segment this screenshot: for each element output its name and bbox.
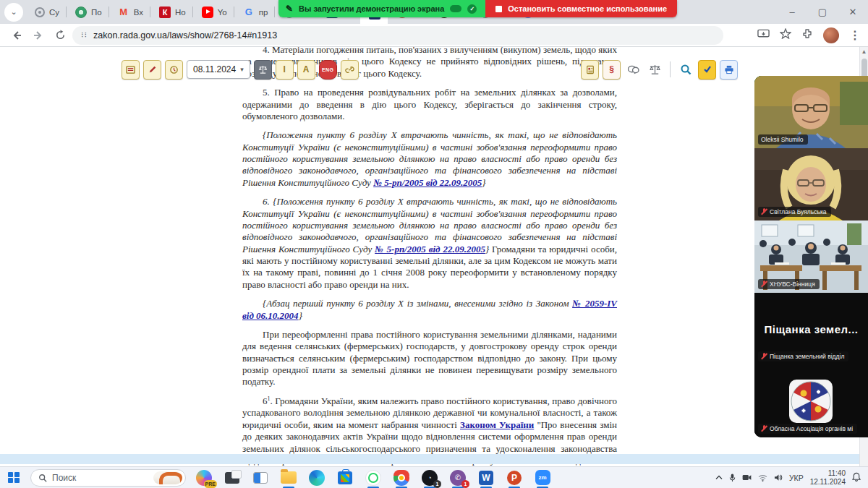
edge-app-icon[interactable] bbox=[307, 468, 326, 487]
extensions-icon[interactable] bbox=[801, 28, 813, 43]
history-icon[interactable] bbox=[165, 60, 183, 80]
tab-title: Су bbox=[49, 8, 59, 17]
browser-tab-0[interactable]: Су bbox=[26, 0, 67, 24]
browser-tab-3[interactable]: КНо bbox=[150, 0, 193, 24]
taskbar-search[interactable]: Поиск bbox=[30, 469, 186, 487]
link-icon[interactable] bbox=[341, 60, 359, 80]
wifi-icon[interactable] bbox=[758, 474, 767, 481]
close-button[interactable]: ✕ bbox=[838, 0, 868, 24]
forward-button[interactable] bbox=[29, 26, 48, 45]
microphone-icon[interactable] bbox=[729, 474, 736, 482]
participant-name-label: Обласна Асоціація органів мі bbox=[758, 424, 857, 434]
zoom-participant-1[interactable]: Світлана Буяльська bbox=[754, 148, 868, 221]
text-mode-button[interactable]: І bbox=[276, 60, 294, 80]
speaker-icon[interactable] bbox=[774, 474, 783, 481]
checkbox-icon[interactable] bbox=[698, 60, 716, 80]
whatsapp-app-icon[interactable] bbox=[364, 468, 383, 487]
globe-green-favicon-icon bbox=[75, 7, 87, 18]
copilot-app-icon[interactable]: PRE bbox=[195, 468, 213, 487]
url-input[interactable]: ⁝⁝ zakon.rada.gov.ua/laws/show/2768-14#n… bbox=[72, 26, 723, 45]
zoom-participant-0[interactable]: Oleksii Shumilo bbox=[754, 76, 868, 148]
back-button[interactable] bbox=[7, 26, 26, 45]
taskview-app-icon[interactable] bbox=[223, 468, 242, 487]
maximize-button[interactable]: ▢ bbox=[807, 0, 838, 24]
revision-date-select[interactable]: 08.11.2024 ▾ bbox=[187, 60, 250, 79]
viber-app-icon[interactable]: ✆1 bbox=[448, 468, 467, 487]
tray-date: 12.11.2024 bbox=[810, 478, 846, 486]
reload-button[interactable] bbox=[51, 26, 69, 45]
browser-toolbar: ⁝⁝ zakon.rada.gov.ua/laws/show/2768-14#n… bbox=[0, 24, 868, 47]
tab-title: Вх bbox=[134, 8, 143, 17]
app-badge: 1 bbox=[461, 480, 469, 488]
app-badge: 1 bbox=[433, 480, 441, 488]
justice-scales-icon[interactable] bbox=[646, 60, 664, 80]
bookmark-star-icon[interactable] bbox=[780, 28, 791, 42]
gmail-favicon-icon: M bbox=[118, 7, 129, 18]
k-favicon-icon: К bbox=[159, 7, 171, 18]
store-app-icon[interactable] bbox=[336, 468, 354, 487]
yt-favicon-icon bbox=[202, 7, 213, 18]
site-info-icon[interactable]: ⁝⁝ bbox=[81, 30, 88, 40]
start-button[interactable] bbox=[4, 468, 23, 487]
share-pen-icon: ✎ bbox=[286, 4, 293, 14]
zoom-participant-3[interactable]: Піщанка земел...Піщанка земельний відділ bbox=[754, 293, 868, 365]
stop-icon bbox=[495, 6, 502, 12]
minimize-button[interactable]: – bbox=[777, 0, 807, 24]
structure-doc-icon[interactable] bbox=[581, 60, 599, 80]
language-indicator[interactable]: УКР bbox=[789, 474, 804, 482]
toolbar-divider bbox=[670, 61, 671, 77]
selection-band bbox=[0, 454, 859, 464]
comments-icon[interactable] bbox=[624, 60, 642, 80]
zoom-participants-panel[interactable]: Oleksii ShumiloСвітлана БуяльськаХНУВС-В… bbox=[754, 76, 868, 437]
zoom-participant-2[interactable]: ХНУВС-Вінниця bbox=[754, 221, 868, 293]
scroll-up-arrow[interactable]: ▲ bbox=[860, 48, 868, 55]
clock-app-icon[interactable]: ◔1 bbox=[420, 468, 439, 487]
cloud-icon[interactable] bbox=[450, 5, 461, 12]
chrome-app-icon[interactable] bbox=[392, 468, 411, 487]
profile-avatar[interactable] bbox=[823, 27, 839, 43]
card-icon[interactable] bbox=[122, 60, 140, 80]
scales-view-button[interactable] bbox=[254, 60, 272, 80]
shield-icon[interactable]: ✓ bbox=[467, 4, 477, 14]
law-link[interactable]: № 5-рп/2005 від 22.09.2005 bbox=[373, 177, 482, 188]
word-app-icon[interactable]: W bbox=[477, 468, 495, 487]
clock[interactable]: 11:40 12.11.2024 bbox=[810, 469, 846, 486]
mic-muted-icon bbox=[761, 353, 767, 360]
notifications-bell-icon[interactable] bbox=[852, 472, 861, 484]
search-doc-icon[interactable] bbox=[676, 60, 694, 80]
browser-tab-4[interactable]: Yo bbox=[193, 0, 234, 24]
browser-tab-5[interactable]: Gпр bbox=[234, 0, 276, 24]
font-size-button[interactable]: А bbox=[297, 60, 315, 80]
revision-date-value: 08.11.2024 bbox=[193, 64, 236, 74]
tab-title: По bbox=[91, 8, 102, 17]
system-tray: УКР 11:40 12.11.2024 bbox=[715, 469, 864, 486]
browser-tab-2[interactable]: MВх bbox=[109, 0, 150, 24]
camera-icon[interactable] bbox=[742, 474, 752, 481]
english-version-button[interactable]: ENG bbox=[319, 60, 337, 80]
powerpoint-app-icon[interactable]: P bbox=[505, 468, 524, 487]
mic-muted-icon bbox=[761, 208, 767, 215]
explorer-app-icon[interactable] bbox=[279, 468, 298, 487]
mic-muted-icon bbox=[761, 425, 767, 432]
stop-share-button[interactable]: Остановить совместное использование bbox=[485, 0, 677, 17]
windows-logo-icon bbox=[8, 472, 20, 484]
tray-time: 11:40 bbox=[828, 469, 846, 477]
tray-chevron-icon[interactable] bbox=[715, 475, 723, 480]
edit-icon[interactable] bbox=[143, 60, 161, 80]
tab-title: Yo bbox=[218, 8, 227, 17]
tab-search-button[interactable]: ⌄ bbox=[4, 3, 23, 22]
browser-tab-1[interactable]: По bbox=[67, 0, 109, 24]
section-doc-icon[interactable]: § bbox=[603, 60, 621, 80]
install-icon[interactable] bbox=[757, 29, 770, 42]
zoom-participant-4[interactable]: Обласна Асоціація органів мі bbox=[754, 365, 868, 437]
panels-app-icon[interactable] bbox=[251, 468, 270, 487]
law-link[interactable]: Законом України bbox=[460, 419, 534, 430]
law-link[interactable]: № 5-рп/2005 від 22.09.2005 bbox=[375, 244, 485, 254]
mic-muted-icon bbox=[761, 281, 767, 288]
print-icon[interactable] bbox=[720, 60, 738, 80]
window-controls: – ▢ ✕ bbox=[777, 0, 868, 24]
zoom-app-icon[interactable]: zm bbox=[533, 468, 552, 487]
browser-menu-icon[interactable]: ⋮ bbox=[849, 28, 861, 42]
g-favicon-icon: G bbox=[243, 7, 255, 18]
chevron-down-icon: ▾ bbox=[240, 66, 244, 73]
